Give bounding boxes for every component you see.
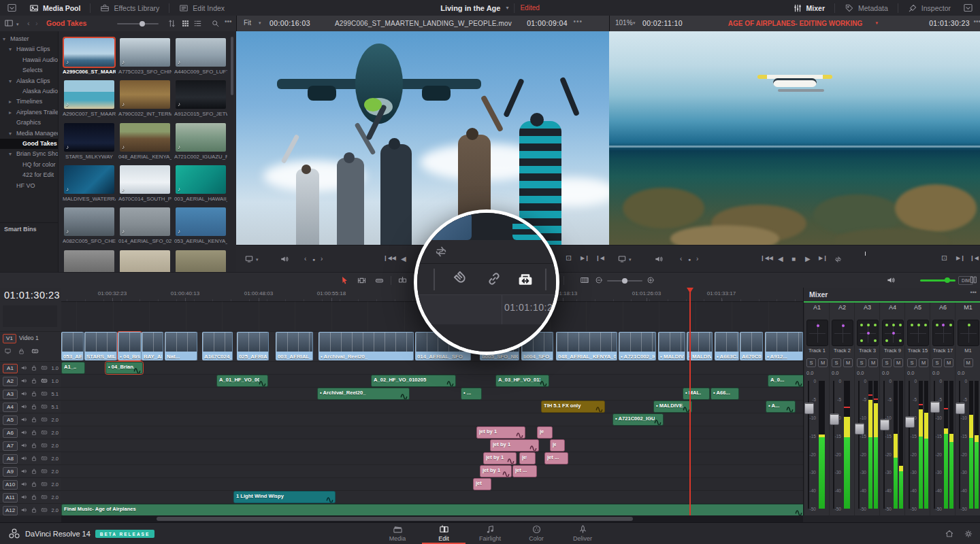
page-tab-deliver[interactable]: Deliver	[560, 524, 605, 544]
timeline-audio-clip[interactable]: jet by 1	[476, 426, 525, 439]
media-clip-thumbnail[interactable]: ♪	[64, 38, 114, 67]
speaker-icon[interactable]	[20, 481, 27, 488]
play-to-in-icon[interactable]: ❙◀	[595, 255, 604, 261]
timeline-audio-clip[interactable]: A_03_HF_VO_011210	[495, 375, 549, 387]
bin-brian-sync-shots[interactable]: ▾Brian Sync Shots	[0, 149, 58, 159]
zoom-slider[interactable]	[607, 280, 642, 282]
solo-button[interactable]: S	[832, 358, 841, 367]
bin-hq-for-color[interactable]: HQ for color	[0, 160, 58, 170]
sidebar-toggle-icon[interactable]	[4, 18, 14, 28]
lock-icon[interactable]	[31, 481, 37, 488]
more-options-icon[interactable]: •••	[973, 18, 980, 25]
timeline-video-clip[interactable]: • 04_Bria...	[118, 332, 142, 360]
step-back-icon[interactable]: ◀	[401, 255, 406, 262]
timeline-video-clip[interactable]: • MALDIV...	[658, 332, 685, 360]
mute-button[interactable]: M	[843, 358, 853, 367]
step-back-icon[interactable]: ◀	[778, 255, 783, 262]
timeline-audio-clip[interactable]: • A...	[766, 401, 796, 413]
lock-icon[interactable]	[31, 442, 37, 449]
timeline-audio-clip[interactable]: • A66...	[710, 388, 739, 400]
chevron-down-icon[interactable]: ▾	[256, 257, 259, 262]
auto-select-icon[interactable]	[41, 455, 48, 462]
source-viewer[interactable]	[236, 31, 609, 245]
media-clip-thumbnail[interactable]: ♪	[120, 123, 170, 152]
page-tab-color[interactable]: Color	[514, 524, 559, 544]
media-clip-thumbnail[interactable]: ♪	[176, 123, 226, 152]
chevron-down-icon[interactable]: ▾	[16, 22, 19, 27]
timeline-video-clip[interactable]: BAY_AR...	[142, 332, 163, 360]
scrollbar-thumb[interactable]	[157, 517, 633, 521]
mute-button[interactable]: M	[944, 358, 953, 367]
audio-levels-icon[interactable]	[280, 254, 289, 264]
timeline-audio-clip[interactable]: • Archival_Reel20_	[317, 388, 410, 400]
auto-select-icon[interactable]	[41, 468, 48, 475]
timeline-audio-clip[interactable]: • MAL...	[683, 388, 710, 400]
top-tab-metadata[interactable]: Metadata	[835, 0, 898, 16]
mute-button[interactable]: M	[818, 358, 828, 367]
selection-tool-icon[interactable]	[339, 275, 349, 286]
chevron-down-icon[interactable]: ▾	[633, 20, 636, 26]
media-clip-thumbnail[interactable]: ♪	[120, 165, 170, 194]
solo-button[interactable]: S	[932, 358, 942, 367]
chevron-right-icon[interactable]: ▸	[9, 107, 12, 118]
video-track-header[interactable]: V1Video 1	[0, 331, 61, 345]
trim-edit-icon[interactable]	[357, 275, 367, 286]
mute-button[interactable]: M	[868, 358, 878, 367]
speaker-icon[interactable]	[20, 494, 27, 500]
media-clip-thumbnail[interactable]: ♪	[64, 250, 114, 273]
timeline-audio-clip[interactable]: jet by 1	[480, 465, 512, 477]
more-options-icon[interactable]: •••	[573, 18, 583, 25]
media-clip-thumbnail[interactable]: ♪	[176, 207, 226, 236]
page-tab-fairlight[interactable]: Fairlight	[468, 524, 512, 544]
timeline-audio-clip[interactable]: A_02_HF_VO_010205	[371, 375, 456, 387]
timeline-audio-clip[interactable]: jet ...	[550, 439, 565, 452]
source-duration[interactable]: 00:00:16:03	[270, 19, 310, 27]
fader-handle[interactable]	[880, 419, 889, 430]
timeline-duration[interactable]: 00:02:11:10	[642, 19, 683, 27]
media-clip-thumbnail[interactable]: ♪	[64, 165, 114, 194]
top-tab-effects-library[interactable]: Effects Library	[91, 0, 169, 16]
source-timecode[interactable]: 01:00:09:04	[527, 19, 568, 27]
current-bin-label[interactable]: Good Takes	[46, 19, 86, 27]
media-clip-thumbnail[interactable]: ♪	[176, 38, 226, 67]
audio-track-header-a6[interactable]: A62.0	[0, 426, 61, 439]
speaker-icon[interactable]	[20, 390, 27, 397]
top-tab-mixer[interactable]: Mixer	[783, 0, 834, 16]
linked-selection-icon[interactable]	[485, 270, 503, 288]
mute-button[interactable]: M	[919, 358, 928, 367]
media-clip-thumbnail[interactable]: ♪	[120, 38, 170, 67]
auto-select-icon[interactable]	[41, 494, 48, 500]
zoom-in-icon[interactable]	[647, 276, 655, 284]
top-tab-media-pool[interactable]: Media Pool	[20, 0, 90, 16]
lock-icon[interactable]	[31, 468, 37, 475]
media-clip-thumbnail[interactable]: ♪	[176, 80, 226, 109]
timeline-audio-clip[interactable]: • ...	[461, 388, 482, 400]
match-frame-icon[interactable]: ⊡	[941, 254, 947, 262]
lock-icon[interactable]	[31, 429, 37, 436]
display-mode-icon[interactable]	[244, 254, 254, 264]
timeline-timecode[interactable]: 01:01:30:23	[929, 19, 970, 27]
top-tab-inspector[interactable]: Inspector	[898, 0, 960, 16]
auto-select-icon[interactable]	[41, 507, 48, 513]
jog-forward[interactable]: ›	[321, 255, 323, 262]
timeline-audio-clip[interactable]: jet ...	[519, 452, 536, 464]
jog-back[interactable]: ‹	[304, 255, 306, 262]
audio-track-header-a9[interactable]: A92.0	[0, 464, 61, 478]
play-to-in-icon[interactable]: ❙◀	[970, 255, 979, 261]
bin-422-for-edit[interactable]: 422 for Edit	[0, 170, 58, 180]
slider-handle[interactable]	[945, 277, 950, 283]
chevron-down-icon[interactable]: ▾	[9, 129, 12, 139]
page-tab-media[interactable]: Media	[375, 524, 420, 544]
auto-select-icon[interactable]	[41, 442, 48, 449]
top-tab-edit-index[interactable]: Edit Index	[169, 0, 234, 16]
pan-pad[interactable]	[832, 320, 853, 346]
loop-icon[interactable]	[434, 244, 448, 259]
timeline-viewer[interactable]	[609, 31, 980, 245]
razor-icon[interactable]	[374, 275, 385, 286]
lock-icon[interactable]	[31, 494, 37, 500]
position-lock-icon[interactable]	[515, 269, 536, 289]
solo-button[interactable]: S	[907, 358, 917, 367]
speaker-icon[interactable]	[20, 377, 27, 384]
volume-slider[interactable]	[920, 279, 956, 282]
bin-selects[interactable]: Selects	[0, 65, 58, 75]
